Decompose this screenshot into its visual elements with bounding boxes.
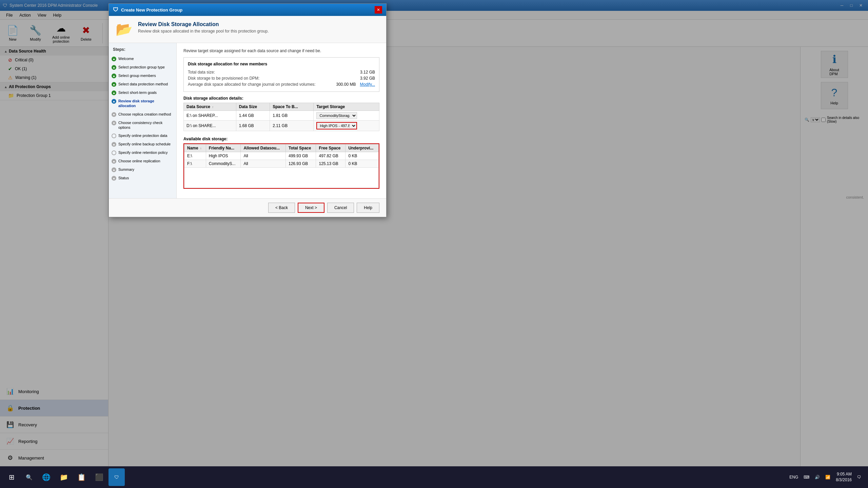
disk-provisioned-row: Disk storage to be provisioned on DPM: 3… [188, 75, 375, 81]
avail-col-total[interactable]: Total Space [286, 144, 316, 152]
dialog-header-icon: 📂 [116, 21, 133, 37]
create-protection-group-dialog: 🛡 Create New Protection Group ✕ 📂 Review… [108, 3, 387, 217]
taskbar-notification-icon[interactable]: 🗨 [857, 475, 861, 480]
step-online-replication[interactable]: ● Choose online replication [109, 157, 176, 165]
step-dot-online-data [112, 134, 116, 138]
dialog-header-title: Review Disk Storage Allocation [138, 21, 269, 27]
step-consistency[interactable]: ● Choose consistency check options [109, 119, 176, 132]
available-storage-title: Available disk storage: [183, 137, 379, 141]
total-data-label: Total data size: [188, 70, 215, 75]
avail-allowed-2: All [241, 160, 286, 168]
avail-col-free[interactable]: Free Space [316, 144, 346, 152]
step-dot-type: ● [112, 65, 116, 70]
avail-name-1: E:\ [184, 152, 206, 160]
step-short-term[interactable]: ● Select short-term goals [109, 88, 176, 97]
step-summary[interactable]: ● Summary [109, 165, 176, 174]
step-welcome[interactable]: ● Welcome [109, 55, 176, 63]
avail-row-empty [184, 168, 379, 188]
step-protection-method[interactable]: ● Select data protection method [109, 80, 176, 88]
taskbar-search-button[interactable]: 🔍 [20, 468, 38, 486]
new-members-title: Disk storage allocation for new members [188, 62, 375, 66]
step-dot-online-replication: ● [112, 159, 116, 164]
disk-provisioned-value: 3.92 GB [360, 76, 375, 81]
avail-under-1: 0 KB [346, 152, 379, 160]
target-storage-select-1[interactable]: CommodityStorag... [316, 112, 357, 119]
col-data-source[interactable]: Data Source ↑ [184, 103, 236, 111]
taskbar-time: 9:05 AM [836, 471, 852, 477]
taskbar-notes-icon[interactable]: 📋 [73, 468, 90, 486]
taskbar-time-display: 9:05 AM 8/3/2016 [836, 471, 852, 483]
avail-name-2: F:\ [184, 160, 206, 168]
step-online-data[interactable]: Specify online protection data [109, 131, 176, 140]
taskbar-date: 8/3/2016 [836, 477, 852, 483]
alloc-source-2: D:\ on SHARE... [184, 121, 236, 131]
alloc-size-2: 1.68 GB [236, 121, 270, 131]
alloc-space-2: 2.11 GB [270, 121, 314, 131]
col-data-size[interactable]: Data Size [236, 103, 270, 111]
taskbar: ⊞ 🔍 🌐 📁 📋 ⬛ 🛡 ENG ⌨ 🔊 📶 9:05 AM 8/3/2016… [0, 466, 868, 488]
step-dot-summary: ● [112, 167, 116, 172]
avail-row-2: F:\ CommodityS... All 126.93 GB 125.13 G… [184, 160, 379, 168]
avg-disk-value-group: 300.00 MB Modify... [336, 82, 375, 87]
step-dot-welcome: ● [112, 57, 116, 61]
col-target-storage[interactable]: Target Storage [314, 103, 379, 111]
step-online-retention[interactable]: Specify online retention policy [109, 148, 176, 157]
target-storage-select-2[interactable]: High IPOS - 497.82... [316, 122, 357, 129]
allocation-details-title: Disk storage allocation details: [183, 96, 379, 101]
modify-link[interactable]: Modify... [360, 82, 375, 87]
step-label-status: Status [118, 176, 129, 180]
avail-col-allowed[interactable]: Allowed Datasou... [241, 144, 286, 152]
back-button[interactable]: < Back [268, 203, 295, 213]
steps-panel: Steps: ● Welcome ● Select protection gro… [109, 43, 177, 198]
dialog-header-text: Review Disk Storage Allocation Review di… [138, 21, 269, 34]
step-label-welcome: Welcome [118, 56, 134, 61]
dialog-close-button[interactable]: ✕ [375, 6, 382, 14]
step-dot-status: ● [112, 176, 116, 181]
step-disk-storage[interactable]: ● Review disk storage allocation [109, 97, 176, 110]
step-label-disk: Review disk storage allocation [118, 99, 172, 108]
alloc-row-1: E:\ on SHAREP... 1.44 GB 1.81 GB Commodi… [184, 111, 379, 121]
dialog-main-content: Review target storage assigned for each … [177, 43, 386, 198]
taskbar-dpm-icon[interactable]: 🛡 [108, 468, 125, 486]
total-data-row: Total data size: 3.12 GB [188, 69, 375, 75]
dialog-header-desc: Review disk space allocated in the stora… [138, 29, 269, 34]
cancel-button[interactable]: Cancel [327, 203, 354, 213]
step-dot-protection: ● [112, 82, 116, 87]
avail-col-friendly[interactable]: Friendly Na... [206, 144, 241, 152]
taskbar-lang: ENG [789, 475, 798, 480]
step-select-type[interactable]: ● Select protection group type [109, 63, 176, 72]
dialog-title-icon: 🛡 [113, 7, 118, 13]
step-label-type: Select protection group type [118, 65, 165, 69]
col-space-to-be[interactable]: Space To B... [270, 103, 314, 111]
avail-col-name[interactable]: Name ↑ [184, 144, 206, 152]
allocation-table: Data Source ↑ Data Size Space To B... Ta… [183, 103, 379, 131]
start-button[interactable]: ⊞ [3, 468, 20, 486]
avg-disk-value: 300.00 MB [336, 82, 356, 87]
dialog-footer: < Back Next > Cancel Help [109, 198, 386, 217]
alloc-size-1: 1.44 GB [236, 111, 270, 121]
step-select-members[interactable]: ● Select group members [109, 72, 176, 80]
steps-title: Steps: [109, 47, 176, 55]
step-online-backup[interactable]: ● Specify online backup schedule [109, 140, 176, 148]
taskbar-network-icon[interactable]: 📶 [825, 475, 830, 480]
taskbar-edge-icon[interactable]: 🌐 [38, 468, 54, 486]
alloc-source-1: E:\ on SHAREP... [184, 111, 236, 121]
avail-col-under[interactable]: Underprovi... [346, 144, 379, 152]
help-dialog-button[interactable]: Help [357, 203, 379, 213]
taskbar-folder-icon[interactable]: 📁 [56, 468, 72, 486]
dialog-header: 📂 Review Disk Storage Allocation Review … [109, 16, 386, 43]
next-button[interactable]: Next > [298, 203, 324, 213]
step-dot-replica: ● [112, 112, 116, 117]
taskbar-volume-icon[interactable]: 🔊 [815, 475, 820, 480]
step-label-online-retention: Specify online retention policy [118, 150, 168, 155]
sort-icon-source: ↑ [212, 105, 214, 109]
taskbar-terminal-icon[interactable]: ⬛ [91, 468, 107, 486]
avail-row-1: E:\ High IPOS All 499.93 GB 497.82 GB 0 … [184, 152, 379, 160]
step-label-online-data: Specify online protection data [118, 133, 167, 138]
avail-total-2: 126.93 GB [286, 160, 316, 168]
alloc-target-1: CommodityStorag... [314, 111, 379, 121]
step-label-summary: Summary [118, 167, 134, 172]
step-replica[interactable]: ● Choose replica creation method [109, 110, 176, 119]
step-status[interactable]: ● Status [109, 174, 176, 182]
sort-icon-name: ↑ [200, 147, 202, 150]
